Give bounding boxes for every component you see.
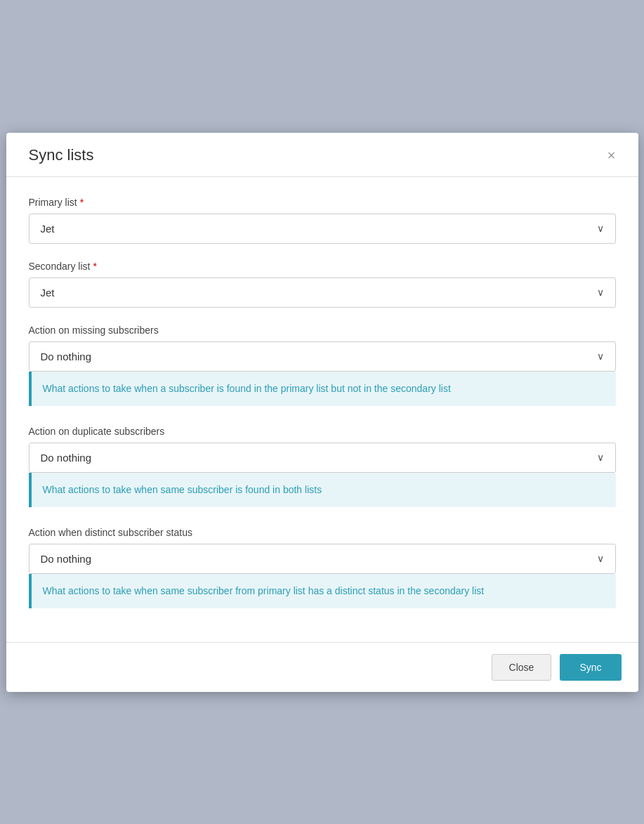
action-distinct-select[interactable]: Do nothing ∨ <box>29 544 616 574</box>
action-distinct-chevron-icon: ∨ <box>597 553 604 564</box>
action-distinct-info-text: What actions to take when same subscribe… <box>43 584 605 599</box>
modal-title: Sync lists <box>29 146 94 164</box>
action-duplicate-select[interactable]: Do nothing ∨ <box>29 443 616 473</box>
action-duplicate-section: Action on duplicate subscribers Do nothi… <box>29 426 616 507</box>
required-star-secondary: * <box>93 261 96 272</box>
action-missing-value: Do nothing <box>41 351 92 362</box>
sync-button[interactable]: Sync <box>560 654 621 681</box>
action-missing-chevron-icon: ∨ <box>597 351 604 362</box>
primary-list-value: Jet <box>41 223 55 235</box>
secondary-list-chevron-icon: ∨ <box>597 287 604 298</box>
close-x-button[interactable]: × <box>602 145 622 165</box>
action-distinct-label: Action when distinct subscriber status <box>29 527 616 538</box>
action-duplicate-info-text: What actions to take when same subscribe… <box>43 483 605 497</box>
action-duplicate-value: Do nothing <box>41 452 92 464</box>
action-distinct-section: Action when distinct subscriber status D… <box>29 527 616 608</box>
primary-list-select[interactable]: Jet ∨ <box>29 214 616 244</box>
secondary-list-select[interactable]: Jet ∨ <box>29 277 616 308</box>
primary-list-group: Primary list* Jet ∨ <box>29 197 616 244</box>
action-distinct-value: Do nothing <box>41 553 92 565</box>
modal-footer: Close Sync <box>6 642 638 692</box>
primary-list-label: Primary list* <box>29 197 616 208</box>
sync-lists-modal: Sync lists × Primary list* Jet ∨ <box>6 133 638 692</box>
action-distinct-info-box: What actions to take when same subscribe… <box>29 574 616 608</box>
modal-overlay: Sync lists × Primary list* Jet ∨ <box>0 0 644 824</box>
secondary-list-group: Secondary list* Jet ∨ <box>29 261 616 308</box>
secondary-list-label: Secondary list* <box>29 261 616 272</box>
action-missing-info-box: What actions to take when a subscriber i… <box>29 372 616 406</box>
action-distinct-display[interactable]: Do nothing ∨ <box>29 544 615 573</box>
action-duplicate-info-box: What actions to take when same subscribe… <box>29 473 616 507</box>
action-duplicate-chevron-icon: ∨ <box>597 452 604 463</box>
action-missing-label: Action on missing subscribers <box>29 325 616 336</box>
primary-list-chevron-icon: ∨ <box>597 223 604 234</box>
action-duplicate-display[interactable]: Do nothing ∨ <box>29 443 615 472</box>
action-missing-display[interactable]: Do nothing ∨ <box>29 342 615 371</box>
primary-list-display[interactable]: Jet ∨ <box>29 214 615 243</box>
modal-body: Primary list* Jet ∨ Secondary list* Jet <box>6 177 638 642</box>
action-missing-info-text: What actions to take when a subscriber i… <box>43 381 605 396</box>
close-button[interactable]: Close <box>492 654 552 681</box>
secondary-list-display[interactable]: Jet ∨ <box>29 278 615 307</box>
secondary-list-value: Jet <box>41 287 55 299</box>
action-missing-select[interactable]: Do nothing ∨ <box>29 341 616 372</box>
action-duplicate-label: Action on duplicate subscribers <box>29 426 616 437</box>
required-star-primary: * <box>80 197 84 208</box>
modal-header: Sync lists × <box>6 133 638 177</box>
action-missing-section: Action on missing subscribers Do nothing… <box>29 325 616 406</box>
